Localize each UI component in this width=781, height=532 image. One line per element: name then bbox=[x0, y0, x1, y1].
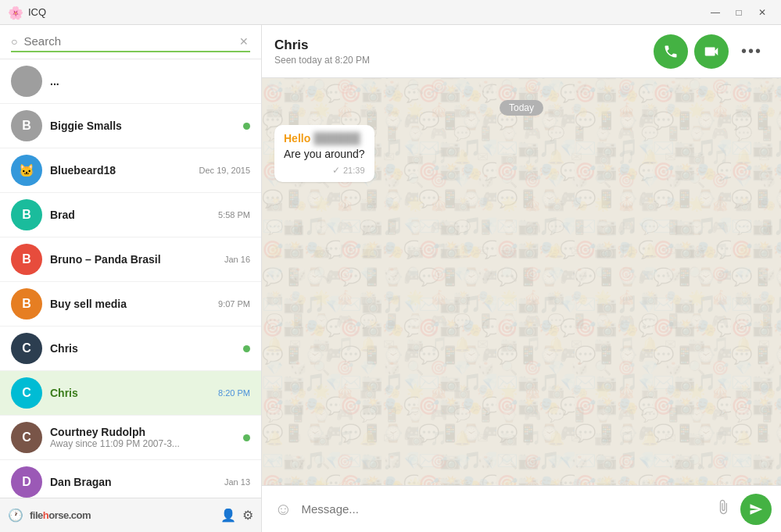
video-call-button[interactable] bbox=[694, 34, 729, 69]
contact-meta bbox=[207, 434, 250, 441]
contact-item[interactable]: BBruno – Panda BrasilJan 16 bbox=[0, 237, 261, 282]
main-container: ○ ✕ ...BBiggie Smalls🐱Bluebeard18Dec 19,… bbox=[0, 25, 781, 532]
contact-time: Jan 16 bbox=[224, 255, 250, 264]
avatar: C bbox=[11, 377, 42, 409]
contact-item[interactable]: DDan BraganJan 13 bbox=[0, 460, 261, 498]
contact-info: Chris bbox=[50, 342, 207, 355]
contact-time: 9:07 PM bbox=[218, 299, 250, 309]
contact-info: Bruno – Panda Brasil bbox=[50, 253, 207, 266]
contact-name: Courtney Rudolph bbox=[50, 426, 207, 438]
contact-list: ...BBiggie Smalls🐱Bluebeard18Dec 19, 201… bbox=[0, 59, 261, 498]
contact-info: Chris bbox=[50, 387, 207, 399]
contact-info: Biggie Smalls bbox=[50, 120, 207, 132]
search-input[interactable] bbox=[23, 34, 238, 48]
date-divider: Today bbox=[274, 100, 768, 116]
contact-name: Biggie Smalls bbox=[50, 120, 207, 132]
chat-contact-status: Seen today at 8:20 PM bbox=[274, 55, 654, 66]
message-name-highlight: Hello bbox=[284, 132, 310, 145]
send-button[interactable] bbox=[740, 494, 772, 525]
chat-messages: Today Hello ██████ Are you around? ✓ 21:… bbox=[262, 78, 781, 485]
contact-name: Chris bbox=[50, 342, 207, 355]
avatar: B bbox=[11, 199, 42, 230]
search-bar: ○ ✕ bbox=[0, 25, 261, 59]
sidebar-bottom: 🕐 filehorse.com 👤 ⚙ bbox=[0, 498, 261, 532]
filehorse-watermark: filehorse.com bbox=[30, 509, 91, 521]
avatar bbox=[11, 66, 42, 97]
contact-meta: Jan 16 bbox=[207, 255, 250, 264]
contact-name: Bluebeard18 bbox=[50, 164, 199, 177]
contact-name: Brad bbox=[50, 209, 207, 221]
message-input[interactable] bbox=[301, 502, 706, 516]
contact-info: Brad bbox=[50, 209, 207, 221]
message-name-blurred: ██████ bbox=[313, 132, 360, 145]
close-button[interactable]: ✕ bbox=[751, 5, 773, 20]
online-status-indicator bbox=[243, 123, 250, 130]
contact-meta: 5:58 PM bbox=[207, 210, 250, 220]
minimize-button[interactable]: — bbox=[704, 5, 726, 20]
contact-time: Dec 19, 2015 bbox=[199, 166, 250, 175]
avatar: 🐱 bbox=[11, 155, 42, 186]
clock-icon: 🕐 bbox=[8, 508, 23, 523]
search-clear-button[interactable]: ✕ bbox=[238, 35, 250, 48]
contact-name: Dan Bragan bbox=[50, 476, 207, 488]
message-text-line1: Hello ██████ bbox=[284, 131, 365, 147]
gear-icon: ⚙ bbox=[242, 508, 253, 523]
chat-header-actions: ••• bbox=[654, 34, 768, 69]
contact-item[interactable]: 🐱Bluebeard18Dec 19, 2015 bbox=[0, 148, 261, 193]
contact-item[interactable]: ... bbox=[0, 59, 261, 104]
avatar: D bbox=[11, 466, 42, 498]
contact-name: Chris bbox=[50, 387, 207, 399]
maximize-button[interactable]: □ bbox=[728, 5, 750, 20]
chat-contact-name: Chris bbox=[274, 37, 654, 53]
chat-header: Chris Seen today at 8:20 PM ••• bbox=[262, 25, 781, 78]
contact-item[interactable]: BBrad5:58 PM bbox=[0, 193, 261, 237]
user-icon: 👤 bbox=[220, 508, 236, 523]
contact-item[interactable]: BBuy sell media9:07 PM bbox=[0, 282, 261, 327]
app-logo: 🌸 bbox=[8, 5, 22, 20]
search-input-wrapper: ○ ✕ bbox=[11, 34, 250, 52]
avatar: B bbox=[11, 288, 42, 320]
contact-item[interactable]: CCourtney RudolphAway since 11:09 PM 200… bbox=[0, 416, 261, 460]
search-icon: ○ bbox=[11, 35, 17, 48]
contact-meta bbox=[207, 345, 250, 352]
window-controls: — □ ✕ bbox=[704, 5, 773, 20]
message-text-line2: Are you around? bbox=[284, 147, 365, 162]
avatar: C bbox=[11, 333, 42, 364]
contact-time: Jan 13 bbox=[224, 477, 250, 487]
contact-info: Dan Bragan bbox=[50, 476, 207, 488]
attach-button[interactable] bbox=[712, 496, 734, 522]
contact-item[interactable]: CChris8:20 PM bbox=[0, 371, 261, 416]
title-bar: 🌸 ICQ — □ ✕ bbox=[0, 0, 781, 25]
contact-time: 5:58 PM bbox=[218, 210, 250, 220]
sidebar: ○ ✕ ...BBiggie Smalls🐱Bluebeard18Dec 19,… bbox=[0, 25, 262, 532]
message-time: 21:39 bbox=[343, 166, 365, 175]
contact-name: Bruno – Panda Brasil bbox=[50, 253, 207, 266]
contact-preview: Away since 11:09 PM 2007-3... bbox=[50, 438, 207, 449]
message-bubble: Hello ██████ Are you around? ✓ 21:39 bbox=[274, 125, 374, 182]
avatar: B bbox=[11, 110, 42, 141]
contact-item[interactable]: BBiggie Smalls bbox=[0, 104, 261, 148]
contact-name: ... bbox=[50, 75, 207, 87]
contact-meta: Jan 13 bbox=[207, 477, 250, 487]
contact-info: ... bbox=[50, 75, 207, 87]
chat-input-bar: ☺ bbox=[262, 485, 781, 532]
phone-call-button[interactable] bbox=[654, 34, 688, 69]
chat-area: 💬 📱 ⌚ 🎮 🔔 ✉ 📷 🎵 💎 🎲 🔍 🎯 📸 🎭 bbox=[262, 25, 781, 532]
emoji-button[interactable]: ☺ bbox=[271, 496, 295, 523]
app-title: ICQ bbox=[28, 6, 704, 18]
avatar: B bbox=[11, 244, 42, 275]
contact-meta: 8:20 PM bbox=[207, 388, 250, 398]
message-footer: ✓ 21:39 bbox=[284, 165, 365, 176]
online-status-indicator bbox=[243, 345, 250, 352]
avatar: C bbox=[11, 422, 42, 453]
more-options-button[interactable]: ••• bbox=[735, 39, 768, 63]
contact-meta bbox=[207, 123, 250, 130]
contact-info: Courtney RudolphAway since 11:09 PM 2007… bbox=[50, 426, 207, 449]
contact-meta: Dec 19, 2015 bbox=[199, 166, 250, 175]
contact-item[interactable]: CChris bbox=[0, 327, 261, 371]
contact-info: Bluebeard18 bbox=[50, 164, 199, 177]
chat-header-info: Chris Seen today at 8:20 PM bbox=[274, 37, 654, 66]
contact-name: Buy sell media bbox=[50, 298, 207, 310]
contact-meta: 9:07 PM bbox=[207, 299, 250, 309]
date-badge: Today bbox=[500, 100, 543, 116]
